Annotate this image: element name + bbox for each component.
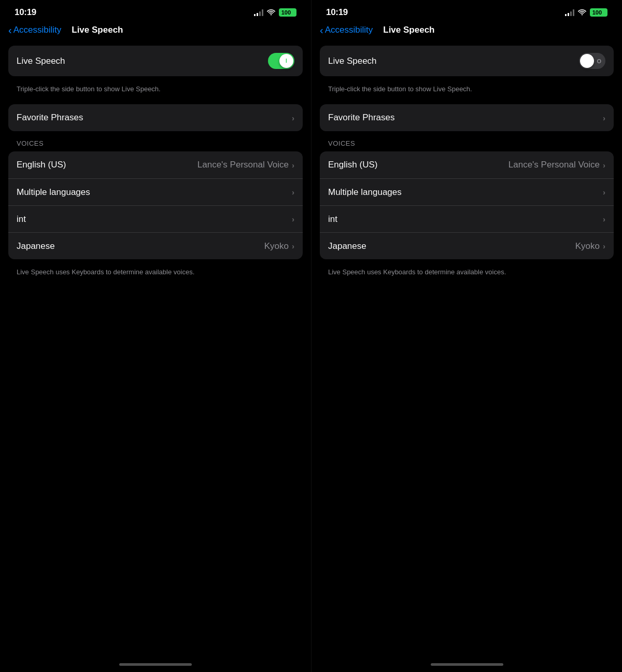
voices-header-left: VOICES — [8, 135, 303, 151]
toggle-thumb-right — [580, 54, 594, 68]
live-speech-card-right: Live Speech O — [320, 46, 614, 76]
voices-row-0-right[interactable]: English (US) Lance's Personal Voice › — [320, 151, 614, 178]
wifi-icon-left — [267, 9, 275, 16]
left-panel: 10:19 100 ‹ Accessibility Live Speech Li… — [0, 0, 311, 672]
voices-value-text-0-right: Lance's Personal Voice — [508, 160, 600, 170]
status-icons-left: 100 — [254, 8, 296, 17]
status-bar-right: 10:19 100 — [312, 0, 622, 23]
voices-value-3-right: Kyoko › — [575, 241, 605, 251]
favorite-phrases-row-right[interactable]: Favorite Phrases › — [320, 104, 614, 131]
voices-label-0-left: English (US) — [17, 160, 66, 170]
status-bar-left: 10:19 100 — [0, 0, 311, 23]
voices-row-1-right[interactable]: Multiple languages › — [320, 178, 614, 205]
back-label-right: Accessibility — [325, 25, 373, 35]
signal-icon-right — [565, 9, 574, 16]
home-indicator-right — [312, 663, 622, 672]
voices-chevron-1-right: › — [603, 188, 605, 197]
toggle-o-icon-right: O — [597, 58, 601, 64]
status-icons-right: 100 — [565, 8, 607, 17]
favorite-phrases-card-left: Favorite Phrases › — [8, 104, 303, 131]
favorite-phrases-label-left: Favorite Phrases — [17, 113, 83, 123]
voices-row-0-left[interactable]: English (US) Lance's Personal Voice › — [8, 151, 303, 178]
voices-value-3-left: Kyoko › — [264, 241, 294, 251]
voices-value-0-left: Lance's Personal Voice › — [197, 160, 294, 170]
live-speech-toggle-right[interactable]: O — [579, 53, 605, 69]
favorite-phrases-chevron-left: › — [292, 114, 294, 122]
voices-value-1-left: › — [292, 188, 294, 197]
back-button-right[interactable]: ‹ Accessibility — [320, 25, 373, 35]
live-speech-toggle-left[interactable]: I — [268, 53, 294, 69]
live-speech-card-left: Live Speech I — [8, 46, 303, 76]
favorite-phrases-chevron-right: › — [603, 114, 605, 122]
voices-value-text-3-right: Kyoko — [575, 241, 600, 251]
home-bar-left — [119, 663, 192, 666]
voices-chevron-2-right: › — [603, 215, 605, 223]
voices-value-2-left: › — [292, 215, 294, 223]
live-speech-label-right: Live Speech — [328, 56, 377, 66]
voices-chevron-3-right: › — [603, 242, 605, 250]
home-bar-right — [431, 663, 503, 666]
home-indicator-left — [0, 663, 311, 672]
content-left: Live Speech I Triple-click the side butt… — [0, 41, 311, 663]
live-speech-helper-right: Triple-click the side button to show Liv… — [320, 80, 614, 104]
back-label-left: Accessibility — [13, 25, 62, 35]
voices-value-text-0-left: Lance's Personal Voice — [197, 160, 289, 170]
voices-chevron-3-left: › — [292, 242, 294, 250]
voices-chevron-1-left: › — [292, 188, 294, 197]
right-panel: 10:19 100 ‹ Accessibility Live Speech Li… — [311, 0, 622, 672]
voices-row-3-left[interactable]: Japanese Kyoko › — [8, 232, 303, 259]
voices-footer-right: Live Speech uses Keyboards to determine … — [320, 263, 614, 287]
favorite-phrases-card-right: Favorite Phrases › — [320, 104, 614, 131]
nav-header-right: ‹ Accessibility Live Speech — [312, 23, 622, 41]
voices-label-2-right: int — [328, 214, 337, 225]
voices-chevron-0-right: › — [603, 161, 605, 170]
status-time-right: 10:19 — [326, 7, 348, 18]
voices-row-3-right[interactable]: Japanese Kyoko › — [320, 232, 614, 259]
back-chevron-left: ‹ — [8, 25, 12, 35]
voices-chevron-0-left: › — [292, 161, 294, 170]
live-speech-label-left: Live Speech — [17, 56, 65, 66]
toggle-i-icon-left: I — [286, 58, 287, 64]
content-right: Live Speech O Triple-click the side butt… — [312, 41, 622, 663]
voices-card-right: English (US) Lance's Personal Voice › Mu… — [320, 151, 614, 259]
voices-label-3-right: Japanese — [328, 241, 366, 251]
voices-value-1-right: › — [603, 188, 605, 197]
voices-row-2-left[interactable]: int › — [8, 205, 303, 232]
voices-label-2-left: int — [17, 214, 26, 225]
voices-label-1-right: Multiple languages — [328, 187, 402, 198]
back-chevron-right: ‹ — [320, 25, 323, 35]
voices-value-2-right: › — [603, 215, 605, 223]
signal-icon-left — [254, 9, 263, 16]
wifi-icon-right — [578, 9, 586, 16]
page-title-right: Live Speech — [383, 25, 434, 35]
live-speech-row-right: Live Speech O — [320, 46, 614, 76]
voices-label-1-left: Multiple languages — [17, 187, 90, 198]
voices-value-text-3-left: Kyoko — [264, 241, 289, 251]
battery-icon-left: 100 — [279, 8, 296, 17]
voices-footer-left: Live Speech uses Keyboards to determine … — [8, 263, 303, 287]
favorite-phrases-row-left[interactable]: Favorite Phrases › — [8, 104, 303, 131]
page-title-left: Live Speech — [72, 25, 123, 35]
favorite-phrases-label-right: Favorite Phrases — [328, 113, 395, 123]
live-speech-row-left: Live Speech I — [8, 46, 303, 76]
voices-card-left: English (US) Lance's Personal Voice › Mu… — [8, 151, 303, 259]
voices-label-3-left: Japanese — [17, 241, 55, 251]
voices-value-0-right: Lance's Personal Voice › — [508, 160, 605, 170]
nav-header-left: ‹ Accessibility Live Speech — [0, 23, 311, 41]
status-time-left: 10:19 — [15, 7, 36, 18]
voices-header-right: VOICES — [320, 135, 614, 151]
voices-row-1-left[interactable]: Multiple languages › — [8, 178, 303, 205]
voices-chevron-2-left: › — [292, 215, 294, 223]
toggle-thumb-left: I — [279, 54, 293, 68]
back-button-left[interactable]: ‹ Accessibility — [8, 25, 61, 35]
voices-row-2-right[interactable]: int › — [320, 205, 614, 232]
battery-icon-right: 100 — [590, 8, 607, 17]
voices-label-0-right: English (US) — [328, 160, 377, 170]
live-speech-helper-left: Triple-click the side button to show Liv… — [8, 80, 303, 104]
